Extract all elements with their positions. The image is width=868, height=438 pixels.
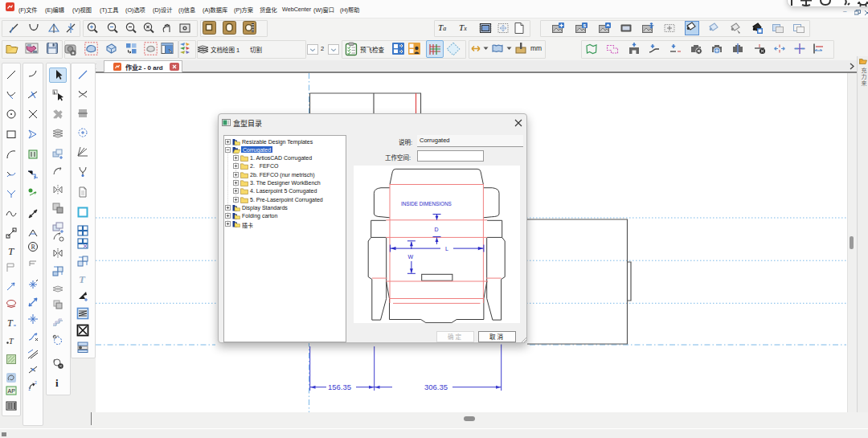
svg-text:306.35: 306.35 bbox=[424, 383, 448, 391]
svg-text:W: W bbox=[408, 254, 414, 260]
svg-text:D: D bbox=[435, 227, 439, 232]
svg-text:L: L bbox=[445, 246, 448, 252]
svg-text:156.35: 156.35 bbox=[328, 383, 351, 391]
svg-text:INSIDE DIMENSIONS: INSIDE DIMENSIONS bbox=[401, 201, 452, 207]
